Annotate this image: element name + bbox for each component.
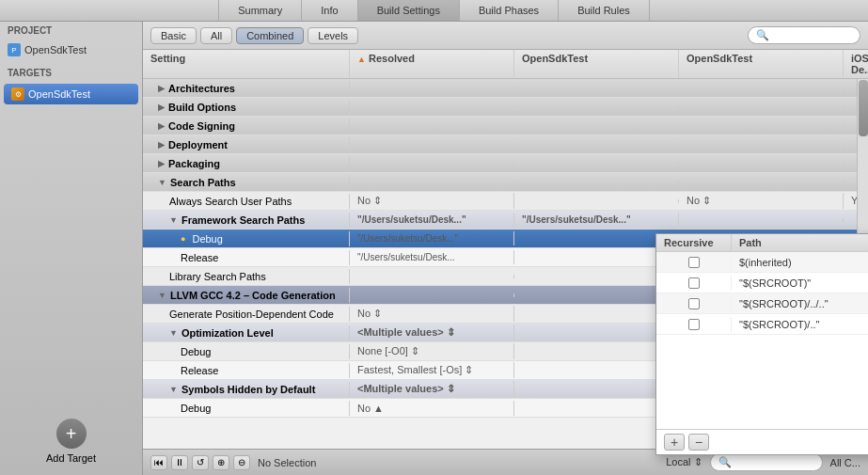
- no-selection-label: No Selection: [258, 457, 316, 468]
- tab-all[interactable]: All: [200, 27, 232, 44]
- sub-tab-bar: Basic All Combined Levels 🔍: [143, 22, 868, 50]
- popup-row[interactable]: $(inherited): [656, 252, 868, 273]
- refresh-button[interactable]: ↺: [192, 455, 209, 470]
- target-icon: ⚙: [11, 87, 24, 101]
- popup-cell-recursive: [656, 317, 732, 332]
- bottom-search-box: 🔍: [710, 453, 823, 471]
- popup-header: Recursive Path: [656, 234, 868, 252]
- popup-row[interactable]: "$(SRCROOT)/..": [656, 314, 868, 335]
- cell-setting: ▼ Optimization Level: [143, 325, 350, 340]
- table-row[interactable]: ▶ Packaging: [143, 154, 857, 173]
- table-row[interactable]: ▼ Framework Search Paths "/Users/suketsu…: [143, 211, 857, 230]
- tab-summary[interactable]: Summary: [218, 0, 302, 21]
- header-setting: Setting: [143, 50, 350, 78]
- sidebar-target-name: OpenSdkTest: [28, 88, 90, 100]
- popup-col-recursive: Recursive: [656, 234, 732, 251]
- popup-cell-recursive: [656, 276, 732, 291]
- header-ios: iOS De...: [844, 50, 868, 78]
- recursive-checkbox[interactable]: [688, 277, 700, 289]
- popup-cell-path: $(inherited): [732, 255, 868, 270]
- cell-setting: ▶ Build Options: [143, 100, 350, 115]
- local-label: Local ⇕: [666, 456, 702, 468]
- cell-setting: ▶ Architectures: [143, 81, 350, 96]
- cell-setting: ▼ LLVM GCC 4.2 – Code Generation: [143, 288, 350, 303]
- sidebar-project-name: OpenSdkTest: [24, 44, 87, 55]
- top-tab-bar: Summary Info Build Settings Build Phases…: [0, 0, 868, 22]
- sidebar-project-label: PROJECT: [0, 22, 142, 40]
- recursive-checkbox[interactable]: [688, 257, 700, 268]
- popup-cell-recursive: [656, 255, 732, 270]
- popup-row[interactable]: "$(SRCROOT)/../..": [656, 293, 868, 314]
- cell-setting: ▼ Symbols Hidden by Default: [143, 382, 350, 397]
- remove-path-button[interactable]: −: [688, 434, 709, 451]
- sidebar-bottom: + Add Target: [0, 407, 142, 475]
- rewind-button[interactable]: ⏮: [150, 455, 167, 470]
- cell-setting: ▼ Search Paths: [143, 175, 350, 190]
- popup-row[interactable]: "$(SRCROOT)": [656, 273, 868, 293]
- popup-col-path: Path: [732, 234, 868, 251]
- search-box: 🔍: [748, 26, 860, 44]
- sidebar: PROJECT P OpenSdkTest TARGETS ⚙ OpenSdkT…: [0, 22, 143, 475]
- cell-setting: ▶ Deployment: [143, 137, 350, 152]
- sidebar-project-item[interactable]: P OpenSdkTest: [0, 40, 142, 60]
- add-target-button[interactable]: +: [56, 419, 87, 449]
- add-target-area: + Add Target: [0, 407, 142, 475]
- sidebar-targets-label: TARGETS: [0, 64, 142, 82]
- content-area: Basic All Combined Levels 🔍 Setting ▲ Re…: [143, 22, 868, 475]
- header-resolved: ▲ Resolved: [350, 50, 514, 78]
- table-row[interactable]: ▶ Build Options: [143, 98, 857, 117]
- popup-footer: + −: [656, 429, 868, 454]
- add-path-button[interactable]: +: [664, 434, 685, 451]
- project-icon: P: [8, 43, 21, 56]
- add-target-label: Add Target: [46, 452, 96, 464]
- cell-setting: ▼ Framework Search Paths: [143, 213, 350, 228]
- sidebar-target-item[interactable]: ⚙ OpenSdkTest: [4, 84, 138, 104]
- cell-setting: Generate Position-Dependent Code: [143, 307, 350, 322]
- add-button[interactable]: ⊕: [213, 455, 229, 470]
- tab-combined[interactable]: Combined: [236, 27, 304, 44]
- cell-setting: Release: [143, 363, 350, 378]
- table-row[interactable]: ▼ Search Paths: [143, 173, 857, 192]
- header-target: OpenSdkTest: [679, 50, 844, 78]
- cell-setting: Library Search Paths: [143, 269, 350, 284]
- table-row[interactable]: Always Search User Paths No ⇕ No ⇕ Yes ⇕: [143, 192, 857, 211]
- cell-setting: ▶ Code Signing: [143, 119, 350, 134]
- cell-setting: Release: [143, 250, 350, 265]
- table-row[interactable]: ▶ Architectures: [143, 79, 857, 98]
- cell-setting: Always Search User Paths: [143, 194, 350, 209]
- recursive-checkbox[interactable]: [688, 319, 700, 330]
- tab-build-rules[interactable]: Build Rules: [559, 0, 650, 21]
- cell-setting: ●Debug: [143, 231, 350, 246]
- popup-cell-path: "$(SRCROOT)/../..": [732, 296, 868, 311]
- table-header: Setting ▲ Resolved OpenSdkTest OpenSdkTe…: [143, 50, 868, 79]
- popup-cell-recursive: [656, 296, 732, 311]
- table-row[interactable]: ▶ Code Signing: [143, 117, 857, 135]
- cell-setting: ▶ Packaging: [143, 156, 350, 171]
- pause-button[interactable]: ⏸: [171, 455, 188, 470]
- tab-levels[interactable]: Levels: [308, 27, 358, 44]
- path-editor-popup: Recursive Path $(inherited) "$(SRCROOT)"…: [655, 233, 868, 455]
- bottom-search-input[interactable]: [732, 457, 807, 468]
- recursive-checkbox[interactable]: [688, 298, 700, 309]
- popup-cell-path: "$(SRCROOT)": [732, 276, 868, 291]
- popup-cell-path: "$(SRCROOT)/..": [732, 317, 868, 332]
- all-c-label: All C...: [830, 457, 860, 468]
- table-row[interactable]: ▶ Deployment: [143, 135, 857, 154]
- scrollbar-thumb[interactable]: [859, 80, 868, 136]
- remove-button[interactable]: ⊖: [233, 455, 250, 470]
- tab-build-settings[interactable]: Build Settings: [358, 0, 460, 21]
- tab-info[interactable]: Info: [302, 0, 357, 21]
- bottom-controls: ⏮ ⏸ ↺ ⊕ ⊖: [150, 455, 250, 470]
- popup-body: $(inherited) "$(SRCROOT)" "$(SRCROOT)/..…: [656, 252, 868, 429]
- search-input[interactable]: [769, 30, 854, 41]
- header-project: OpenSdkTest: [514, 50, 679, 78]
- tab-build-phases[interactable]: Build Phases: [460, 0, 559, 21]
- cell-setting: Debug: [143, 344, 350, 359]
- tab-basic[interactable]: Basic: [150, 27, 197, 44]
- cell-setting: Debug: [143, 401, 350, 416]
